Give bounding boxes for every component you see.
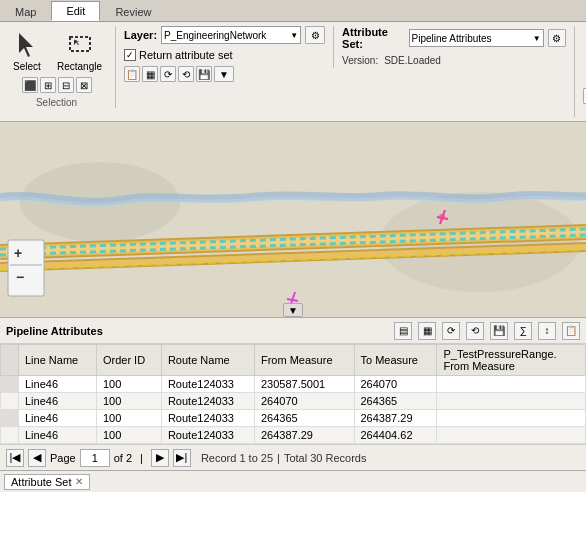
layer-settings-icon[interactable]: ⚙	[305, 26, 325, 44]
attr-value: Pipeline Attributes	[412, 33, 492, 44]
col-header-p-test[interactable]: P_TestPressureRange.From Measure	[437, 345, 586, 376]
table-row[interactable]: Line46 100 Route124033 264387.29 264404.…	[1, 427, 586, 444]
svg-rect-1	[70, 37, 90, 51]
attr-set-label: Attribute Set:	[342, 26, 405, 50]
panel-header: Pipeline Attributes ▤ ▦ ⟳ ⟲ 💾 ∑ ↕ 📋	[0, 318, 586, 344]
table-header-row: Line Name Order ID Route Name From Measu…	[1, 345, 586, 376]
panel-icon-1[interactable]: ▤	[394, 322, 412, 340]
select-icon-1[interactable]: ⬛	[22, 77, 38, 93]
return-attr-row: ✓ Return attribute set	[124, 49, 325, 61]
col-header-order-id[interactable]: Order ID	[96, 345, 161, 376]
row-from-measure-1: 264070	[254, 393, 354, 410]
last-page-button[interactable]: ▶|	[173, 449, 191, 467]
layer-btn-3[interactable]: ⟳	[160, 66, 176, 82]
panel-icon-3[interactable]: ⟳	[442, 322, 460, 340]
layer-btn-5[interactable]: 💾	[196, 66, 212, 82]
row-line-name-1: Line46	[19, 393, 97, 410]
row-line-name-0: Line46	[19, 376, 97, 393]
first-page-button[interactable]: |◀	[6, 449, 24, 467]
row-route-name-2: Route124033	[161, 410, 254, 427]
row-order-id-2: 100	[96, 410, 161, 427]
attr-settings: Attribute Set: Pipeline Attributes ▼ ⚙ V…	[333, 26, 566, 68]
return-attr-checkbox[interactable]: ✓	[124, 49, 136, 61]
row-p-test-1	[437, 393, 586, 410]
panel-title: Pipeline Attributes	[6, 325, 388, 337]
panel-icon-6[interactable]: ∑	[514, 322, 532, 340]
panel-icon-7[interactable]: ↕	[538, 322, 556, 340]
col-header-from-measure[interactable]: From Measure	[254, 345, 354, 376]
bottom-tab-close[interactable]: ✕	[75, 476, 83, 487]
row-select-2[interactable]	[1, 410, 19, 427]
record-range: Record 1 to 25	[201, 452, 273, 464]
select-label: Select	[13, 61, 41, 72]
col-header-select[interactable]	[1, 345, 19, 376]
select-icon-4[interactable]: ⊠	[76, 77, 92, 93]
col-header-line-name[interactable]: Line Name	[19, 345, 97, 376]
layer-combo[interactable]: P_EngineeringNetwork ▼	[161, 26, 301, 44]
layer-settings: Layer: P_EngineeringNetwork ▼ ⚙ ✓ Return…	[124, 26, 325, 82]
page-number-input[interactable]	[80, 449, 110, 467]
map-scroll-indicator[interactable]: ▼	[283, 303, 303, 317]
next-page-button[interactable]: ▶	[151, 449, 169, 467]
attribute-table: Line Name Order ID Route Name From Measu…	[0, 344, 586, 444]
svg-text:−: −	[16, 269, 24, 285]
total-records: Total 30 Records	[284, 452, 367, 464]
tab-bar: Map Edit Review	[0, 0, 586, 22]
map-area[interactable]: + − ▼	[0, 122, 586, 317]
map-svg: + −	[0, 122, 586, 317]
separator: |	[277, 452, 280, 464]
row-select-1[interactable]	[1, 393, 19, 410]
layer-btn-2[interactable]: ▦	[142, 66, 158, 82]
table-row[interactable]: Line46 100 Route124033 264070 264365	[1, 393, 586, 410]
svg-point-16	[439, 214, 445, 220]
selection-group-label: Selection	[36, 97, 77, 108]
row-route-name-0: Route124033	[161, 376, 254, 393]
pagination: |◀ ◀ Page of 2 | ▶ ▶| Record 1 to 25 | T…	[0, 444, 586, 470]
layer-dropdown-arrow: ▼	[290, 31, 298, 40]
row-order-id-1: 100	[96, 393, 161, 410]
svg-marker-0	[19, 33, 33, 57]
layer-value: P_EngineeringNetwork	[164, 30, 290, 41]
panel-icon-4[interactable]: ⟲	[466, 322, 484, 340]
prev-page-button[interactable]: ◀	[28, 449, 46, 467]
row-select-3[interactable]	[1, 427, 19, 444]
layer-small-buttons: 📋 ▦ ⟳ ⟲ 💾 ▼	[124, 66, 325, 82]
rectangle-button[interactable]: Rectangle	[52, 26, 107, 75]
row-line-name-2: Line46	[19, 410, 97, 427]
attr-row: Attribute Set: Pipeline Attributes ▼ ⚙	[342, 26, 566, 50]
col-header-route-name[interactable]: Route Name	[161, 345, 254, 376]
ribbon: Select Rectangle ⬛ ⊞ ⊟ ⊠ Selection Layer…	[0, 22, 586, 122]
row-from-measure-0: 230587.5001	[254, 376, 354, 393]
return-attr-label: Return attribute set	[139, 49, 233, 61]
version-label: Version:	[342, 55, 378, 66]
select-icon-3[interactable]: ⊟	[58, 77, 74, 93]
attr-combo[interactable]: Pipeline Attributes ▼	[409, 29, 544, 47]
layer-btn-6[interactable]: ▼	[214, 66, 234, 82]
select-icon-2[interactable]: ⊞	[40, 77, 56, 93]
attribute-set-tab[interactable]: Attribute Set ✕	[4, 474, 90, 490]
attr-settings-icon[interactable]: ⚙	[548, 29, 566, 47]
col-header-to-measure[interactable]: To Measure	[354, 345, 437, 376]
select-button[interactable]: Select	[6, 26, 48, 75]
tab-review[interactable]: Review	[100, 2, 166, 21]
selection-group: Select Rectangle ⬛ ⊞ ⊟ ⊠ Selection	[6, 26, 116, 108]
layer-btn-1[interactable]: 📋	[124, 66, 140, 82]
row-to-measure-2: 264387.29	[354, 410, 437, 427]
row-from-measure-2: 264365	[254, 410, 354, 427]
panel-icon-5[interactable]: 💾	[490, 322, 508, 340]
attr-dropdown-arrow: ▼	[533, 34, 541, 43]
layer-btn-4[interactable]: ⟲	[178, 66, 194, 82]
layer-label: Layer:	[124, 29, 157, 41]
tab-edit[interactable]: Edit	[51, 1, 100, 21]
select-icon	[11, 29, 43, 61]
row-to-measure-3: 264404.62	[354, 427, 437, 444]
table-row[interactable]: Line46 100 Route124033 230587.5001 26407…	[1, 376, 586, 393]
panel-icon-2[interactable]: ▦	[418, 322, 436, 340]
tab-map[interactable]: Map	[0, 2, 51, 21]
attribute-panel: Pipeline Attributes ▤ ▦ ⟳ ⟲ 💾 ∑ ↕ 📋 Line…	[0, 317, 586, 470]
rectangle-icon	[64, 29, 96, 61]
row-route-name-3: Route124033	[161, 427, 254, 444]
row-select-0[interactable]	[1, 376, 19, 393]
panel-icon-8[interactable]: 📋	[562, 322, 580, 340]
table-row[interactable]: Line46 100 Route124033 264365 264387.29	[1, 410, 586, 427]
